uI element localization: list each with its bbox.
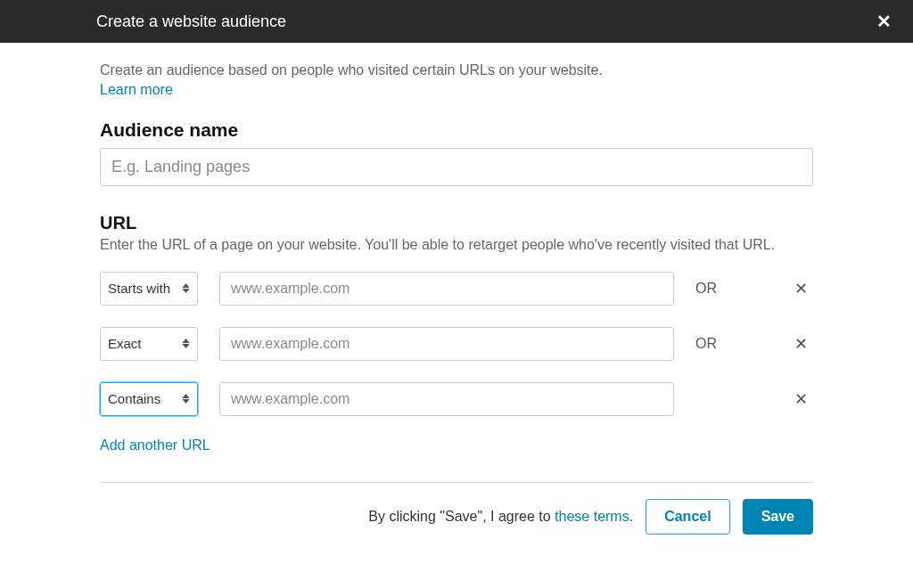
close-icon[interactable]: ✕ [876, 11, 892, 32]
match-type-select[interactable]: Exact [100, 327, 198, 361]
url-input[interactable] [219, 327, 674, 361]
agree-prefix: By clicking "Save", I agree to [368, 509, 555, 524]
url-row: Starts with OR✕ [100, 272, 813, 306]
learn-more-link[interactable]: Learn more [100, 82, 173, 98]
url-row: Exact OR✕ [100, 327, 813, 361]
add-another-url-link[interactable]: Add another URL [100, 437, 210, 453]
or-label: OR [695, 281, 722, 297]
url-row: Contains ✕ [100, 382, 813, 416]
sort-arrows-icon [182, 273, 190, 305]
remove-row-icon[interactable]: ✕ [794, 279, 808, 298]
sort-arrows-icon [182, 328, 190, 360]
sort-arrows-icon [182, 383, 190, 415]
match-type-label: Exact [108, 336, 142, 351]
match-type-label: Contains [108, 391, 160, 406]
audience-name-input[interactable] [100, 148, 813, 186]
match-type-select[interactable]: Contains [100, 382, 198, 416]
intro-text: Create an audience based on people who v… [100, 61, 813, 80]
or-label: OR [695, 336, 722, 352]
url-description: Enter the URL of a page on your website.… [100, 235, 813, 255]
terms-link[interactable]: these terms [555, 509, 629, 524]
agree-text: By clicking "Save", I agree to these ter… [368, 509, 633, 525]
save-button[interactable]: Save [743, 499, 813, 535]
modal-title: Create a website audience [96, 12, 286, 31]
remove-row-icon[interactable]: ✕ [794, 389, 808, 409]
url-input[interactable] [219, 272, 674, 306]
url-heading: URL [100, 213, 813, 233]
divider [100, 482, 813, 483]
agree-suffix: . [629, 509, 633, 524]
match-type-label: Starts with [108, 281, 170, 296]
audience-name-heading: Audience name [100, 119, 813, 141]
url-input[interactable] [219, 382, 674, 416]
cancel-button[interactable]: Cancel [646, 499, 729, 535]
remove-row-icon[interactable]: ✕ [794, 334, 808, 354]
match-type-select[interactable]: Starts with [100, 272, 198, 306]
